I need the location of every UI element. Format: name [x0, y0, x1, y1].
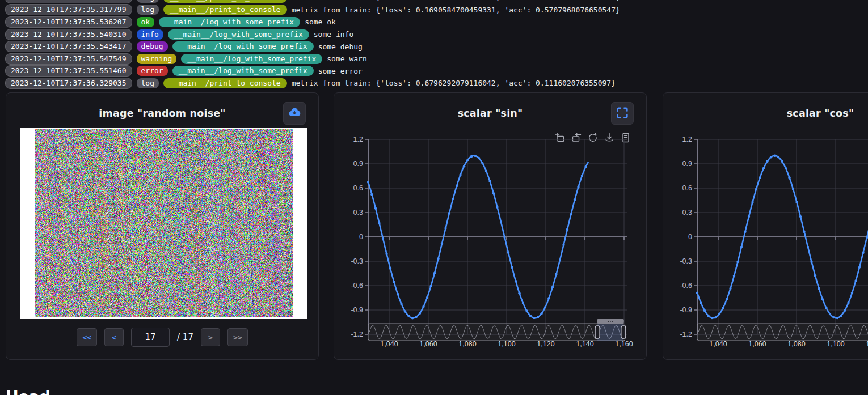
image-pagination: << < / 17 > >> [6, 328, 318, 347]
x-axis-label: 1,140 [576, 340, 593, 348]
y-axis-label: 1.2 [682, 135, 692, 143]
datazoom-slider[interactable] [697, 319, 868, 341]
log-level-badge: debug [137, 41, 168, 52]
logger-name-badge: __main__/log_with_some_prefix [181, 54, 322, 64]
image-card: image "random noise" << < / 17 > >> [6, 92, 319, 360]
dashboard-page: 2023-12-10T17:37:35.317799log__main__/pr… [0, 0, 868, 395]
logger-name-badge: __main__/print_to_console [163, 78, 287, 88]
y-axis-label: 1.2 [353, 135, 363, 143]
y-axis-label: -0.6 [680, 282, 692, 290]
log-message: metrix from train: {'loss': 0.1690584700… [292, 6, 620, 14]
log-level-badge: warning [137, 54, 177, 64]
x-axis-label: 1,100 [827, 340, 844, 348]
timestamp-badge: 2023-12-10T17:37:35.543417 [5, 41, 132, 52]
log-message: some error [318, 67, 363, 75]
timestamp-badge: 2023-12-10T17:37:36.329035 [5, 78, 132, 89]
y-axis-label: -0.9 [680, 306, 692, 314]
log-level-badge: ok [137, 17, 155, 27]
log-row: 2023-12-10T17:37:35.543417debug__main__/… [5, 40, 868, 53]
logger-name-badge: __main__/log_with_some_prefix [172, 41, 314, 52]
y-axis-label: 0.3 [353, 209, 363, 216]
log-message: some info [314, 30, 353, 39]
y-axis-label: 0.9 [682, 160, 692, 168]
log-row: 2023-12-10T17:37:36.329035log__main__/pr… [5, 77, 868, 90]
log-level-badge: info [137, 29, 163, 40]
cloud-download-button[interactable] [283, 102, 306, 125]
log-row: 2023-12-10T17:37:35.540310info__main__/l… [5, 28, 868, 41]
timestamp-badge: 2023-12-10T17:37:35.317799 [5, 4, 132, 15]
log-row: 2023-12-10T17:37:35.551460error__main__/… [5, 65, 868, 78]
cos-chart-canvas[interactable]: 1.20.90.60.30-0.3-0.6-0.9-1.21,0401,0601… [663, 93, 868, 360]
image-card-title: image "random noise" [6, 108, 318, 119]
next-page-button[interactable]: > [201, 328, 220, 346]
y-axis-label: 0.9 [353, 160, 363, 168]
log-row: 2023-12-10T17:37:35.317799log__main__/pr… [5, 0, 868, 4]
y-axis-label: 0 [359, 233, 363, 241]
next-section-heading: Head [6, 388, 50, 395]
x-axis-label: 1,060 [748, 340, 766, 348]
log-console: 2023-12-10T17:37:35.317799log__main__/pr… [0, 0, 868, 90]
y-axis-label: 0 [688, 233, 692, 241]
logger-name-badge: __main__/log_with_some_prefix [172, 66, 314, 76]
section-divider [0, 375, 868, 375]
chart-grid: 1.20.90.60.30-0.3-0.6-0.9-1.2 [680, 135, 868, 338]
page-input[interactable] [131, 328, 170, 347]
cos-chart-card: scalar "cos" 1.20.90.60.30-0.3-0.6-0.9-1… [663, 92, 868, 360]
timestamp-badge: 2023-12-10T17:37:35.540310 [5, 29, 132, 40]
x-axis-label: 1,100 [498, 340, 515, 348]
x-axis-label: 1,160 [615, 340, 633, 348]
datazoom-window [597, 324, 623, 341]
random-noise-image [35, 129, 293, 317]
datazoom-handle[interactable] [621, 326, 626, 338]
cloud-download-icon [288, 106, 301, 121]
timestamp-badge: 2023-12-10T17:37:35.551460 [5, 65, 132, 77]
timestamp-badge: 2023-12-10T17:37:35.547549 [5, 53, 132, 65]
y-axis-label: -0.6 [351, 282, 363, 290]
last-page-button[interactable]: >> [227, 328, 248, 346]
log-level-badge: log [137, 78, 159, 88]
log-row: 2023-12-10T17:37:35.317799log__main__/pr… [5, 4, 868, 16]
x-axis-label: 1,080 [787, 340, 805, 348]
log-message: metrix from train: {'loss': 0.6796292079… [292, 79, 616, 87]
sin-chart-card: scalar "sin" 1.20.90.60.30-0.3-0.6-0.9-1… [334, 92, 647, 360]
x-axis-label: 1,120 [537, 340, 554, 348]
page-total-label: / 17 [177, 332, 193, 342]
image-frame [20, 128, 307, 319]
x-axis-label: 1,040 [380, 340, 398, 348]
y-axis-label: 0.6 [353, 184, 363, 192]
log-row: 2023-12-10T17:37:35.547549warning__main_… [5, 53, 868, 65]
y-axis-label: 0.3 [682, 209, 692, 216]
log-message: some ok [305, 18, 336, 26]
log-level-badge: log [137, 5, 159, 15]
logger-name-badge: __main__/print_to_console [163, 0, 287, 3]
log-level-badge: log [137, 0, 159, 3]
x-axis-label: 1,120 [866, 340, 868, 348]
x-axis-label: 1,040 [709, 340, 727, 348]
logger-name-badge: __main__/log_with_some_prefix [168, 29, 309, 40]
datazoom-move-handle[interactable] [597, 319, 624, 324]
log-message: some warn [327, 54, 366, 63]
log-message: some debug [318, 43, 363, 51]
y-axis-label: -1.2 [351, 330, 363, 338]
y-axis-label: -0.3 [680, 257, 692, 265]
timestamp-badge: 2023-12-10T17:37:35.317799 [5, 0, 132, 3]
first-page-button[interactable]: << [77, 328, 97, 346]
prev-page-button[interactable]: < [104, 328, 124, 346]
datazoom-slider[interactable] [368, 319, 626, 341]
y-axis-label: -0.9 [351, 306, 363, 314]
log-row: 2023-12-10T17:37:35.536207ok__main__/log… [5, 16, 868, 28]
y-axis-label: -1.2 [680, 330, 692, 338]
y-axis-label: -0.3 [351, 257, 363, 265]
x-axis-label: 1,060 [419, 340, 437, 348]
logger-name-badge: __main__/log_with_some_prefix [159, 17, 300, 27]
timestamp-badge: 2023-12-10T17:37:35.536207 [5, 16, 132, 28]
y-axis-label: 0.6 [682, 184, 692, 192]
x-axis-label: 1,080 [458, 340, 476, 348]
log-message: metrix from train: {'loss': 0.1690584700… [292, 0, 620, 2]
datazoom-handle[interactable] [595, 326, 600, 338]
logger-name-badge: __main__/print_to_console [163, 5, 287, 15]
log-level-badge: error [137, 66, 168, 76]
sin-chart-canvas[interactable]: 1.20.90.60.30-0.3-0.6-0.9-1.21,0401,0601… [334, 93, 647, 360]
